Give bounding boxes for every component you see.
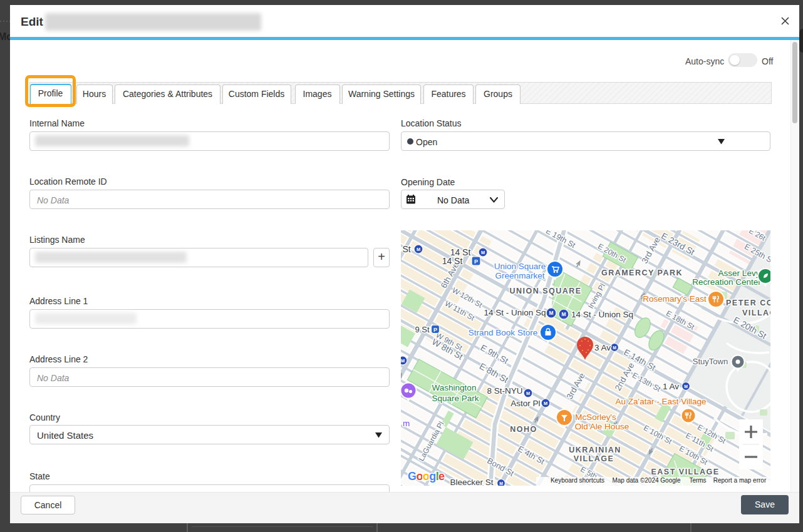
svg-text:14 St - Union Sq: 14 St - Union Sq bbox=[484, 308, 546, 317]
svg-text:Bleecker St: Bleecker St bbox=[450, 478, 493, 486]
svg-text:14 St: 14 St bbox=[442, 256, 463, 266]
svg-text:Strand Book Store: Strand Book Store bbox=[469, 328, 537, 337]
svg-text:M: M bbox=[526, 391, 530, 396]
svg-text:PETER CO: PETER CO bbox=[726, 299, 770, 307]
svg-text:Recreation Center: Recreation Center bbox=[692, 277, 761, 287]
svg-text:Keyboard shortcuts: Keyboard shortcuts bbox=[551, 477, 604, 484]
svg-text:14 St - Union Sq: 14 St - Union Sq bbox=[571, 310, 633, 319]
svg-text:9 St: 9 St bbox=[415, 325, 430, 334]
svg-text:M: M bbox=[562, 311, 566, 317]
svg-text:Terms: Terms bbox=[689, 477, 706, 484]
svg-text:1 Av: 1 Av bbox=[663, 382, 679, 391]
svg-text:3 Av: 3 Av bbox=[594, 343, 611, 352]
svg-text:McSorley's: McSorley's bbox=[575, 412, 616, 422]
svg-text:m: m bbox=[403, 419, 410, 428]
svg-text:Map data ©2024 Google: Map data ©2024 Google bbox=[612, 477, 681, 484]
svg-text:M: M bbox=[613, 345, 616, 350]
svg-text:M: M bbox=[499, 481, 503, 486]
svg-text:Rosemary's East: Rosemary's East bbox=[643, 294, 707, 304]
svg-text:EAST VILLAGE: EAST VILLAGE bbox=[651, 468, 720, 476]
svg-text:VILLAGE: VILLAGE bbox=[574, 454, 614, 463]
svg-text:Union Square: Union Square bbox=[494, 262, 546, 271]
svg-text:StuyTown: StuyTown bbox=[693, 357, 728, 366]
svg-text:P: P bbox=[433, 327, 437, 333]
svg-text:M: M bbox=[417, 247, 420, 252]
svg-text:Google: Google bbox=[408, 470, 445, 483]
svg-text:St: St bbox=[402, 244, 410, 254]
svg-text:Greenmarket: Greenmarket bbox=[495, 271, 545, 280]
svg-text:M: M bbox=[401, 358, 405, 364]
svg-text:Report a map error: Report a map error bbox=[713, 477, 767, 484]
svg-text:M: M bbox=[549, 310, 554, 316]
svg-text:VILLAG: VILLAG bbox=[742, 309, 770, 317]
svg-text:Astor Pl: Astor Pl bbox=[510, 399, 540, 408]
svg-text:Asser Levy: Asser Levy bbox=[718, 269, 760, 278]
svg-text:Square Park: Square Park bbox=[432, 394, 479, 403]
svg-text:UNION SQUARE: UNION SQUARE bbox=[509, 287, 581, 295]
svg-text:M: M bbox=[481, 250, 485, 255]
svg-text:P: P bbox=[474, 258, 478, 265]
svg-text:Old Ale House: Old Ale House bbox=[575, 422, 629, 431]
svg-text:M: M bbox=[684, 384, 688, 389]
svg-text:UKRAINIAN: UKRAINIAN bbox=[569, 446, 621, 454]
svg-text:NOHO: NOHO bbox=[510, 425, 537, 434]
svg-text:M: M bbox=[544, 401, 547, 406]
svg-text:8 St-NYU: 8 St-NYU bbox=[487, 386, 522, 396]
svg-text:Washington: Washington bbox=[432, 383, 477, 392]
svg-text:Au Za'atar - East Village: Au Za'atar - East Village bbox=[616, 397, 707, 406]
svg-text:GRAMERCY PARK: GRAMERCY PARK bbox=[601, 269, 683, 277]
